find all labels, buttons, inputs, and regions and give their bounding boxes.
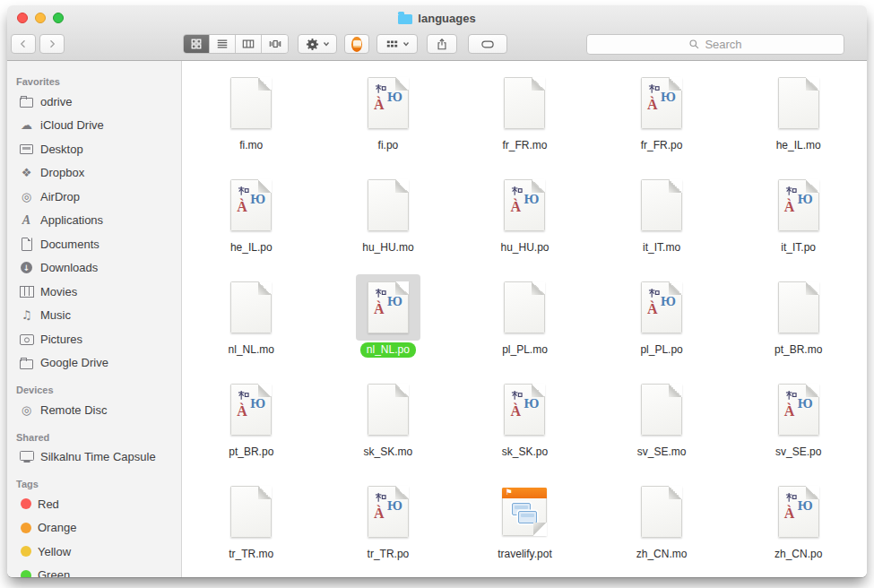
sidebar-item-label: iCloud Drive [40, 118, 104, 132]
title-bar[interactable]: languages [7, 5, 867, 30]
file-item-zh-cn-po[interactable]: ÀЮzh_CN.po [730, 479, 867, 577]
back-button[interactable] [11, 34, 36, 54]
file-item-nl-nl-mo[interactable]: nl_NL.mo [183, 274, 320, 376]
share-button[interactable] [427, 34, 457, 54]
sidebar-item-movies[interactable]: Movies [7, 280, 181, 304]
file-item-he-il-po[interactable]: ÀЮhe_IL.po [183, 172, 320, 274]
file-item-pt-br-po[interactable]: ÀЮpt_BR.po [183, 376, 320, 479]
file-item-pl-pl-mo[interactable]: pl_PL.mo [456, 274, 593, 376]
page-fold [258, 77, 272, 91]
camera-icon [19, 332, 34, 346]
list-view-button[interactable] [210, 35, 236, 53]
file-item-it-it-po[interactable]: ÀЮit_IT.po [730, 172, 867, 274]
sidebar-item-dropbox[interactable]: ❖Dropbox [7, 161, 181, 186]
folder-icon [19, 356, 34, 370]
file-name: sv_SE.mo [631, 445, 693, 460]
sidebar-item-desktop[interactable]: Desktop [7, 137, 181, 161]
search-input[interactable]: Search [586, 34, 844, 55]
file-item-travelify-pot[interactable]: ⚑travelify.pot [456, 479, 593, 577]
action-menu-button[interactable] [298, 34, 337, 54]
file-item-hu-hu-po[interactable]: ÀЮhu_HU.po [456, 172, 593, 274]
sidebar-item-applications[interactable]: AApplications [7, 209, 181, 233]
sidebar-item-label: Applications [40, 213, 103, 227]
mo-file-icon [230, 77, 272, 129]
coverflow-view-button[interactable] [262, 35, 288, 53]
poedit-app-button[interactable] [344, 34, 369, 54]
po-file-icon: ÀЮ [504, 384, 545, 436]
file-item-pt-br-mo[interactable]: pt_BR.mo [730, 274, 867, 376]
music-icon: ♫ [19, 308, 34, 323]
sidebar-item-remote-disc[interactable]: ◎Remote Disc [7, 398, 181, 422]
dot-icon [21, 523, 31, 533]
file-item-fi-po[interactable]: ÀЮfi.po [320, 70, 457, 172]
file-item-nl-nl-po[interactable]: ÀЮnl_NL.po [320, 274, 457, 376]
dot-icon [21, 498, 31, 509]
latin-glyph: À [784, 403, 795, 419]
arrange-menu-button[interactable] [376, 34, 418, 54]
content-area[interactable]: fi.moÀЮfi.pofr_FR.moÀЮfr_FR.pohe_IL.moÀЮ… [183, 61, 867, 577]
file-item-sk-sk-mo[interactable]: sk_SK.mo [320, 376, 457, 479]
sidebar-item-odrive[interactable]: odrive [7, 90, 181, 114]
mo-file-icon [504, 281, 545, 333]
forward-button[interactable] [39, 34, 65, 54]
file-icon-box: ÀЮ [492, 376, 557, 443]
file-item-pl-pl-po[interactable]: ÀЮpl_PL.po [593, 274, 731, 376]
file-item-it-it-mo[interactable]: it_IT.mo [593, 172, 731, 274]
sidebar-item-pictures[interactable]: Pictures [7, 327, 181, 351]
toolbar: Search [7, 30, 867, 61]
file-item-sk-sk-po[interactable]: ÀЮsk_SK.po [456, 376, 593, 479]
latin-glyph: À [510, 403, 521, 419]
mo-file-icon [641, 486, 682, 538]
cyrillic-glyph: Ю [524, 396, 539, 411]
file-icon-box [356, 376, 420, 443]
file-name: pl_PL.mo [496, 342, 554, 358]
close-button[interactable] [17, 13, 28, 23]
po-file-icon: ÀЮ [368, 486, 409, 538]
file-grid: fi.moÀЮfi.pofr_FR.moÀЮfr_FR.pohe_IL.moÀЮ… [183, 61, 867, 577]
icon-view-button[interactable] [184, 35, 210, 53]
cyrillic-glyph: Ю [387, 294, 402, 309]
page-fold [669, 77, 682, 91]
latin-glyph: À [784, 506, 795, 522]
sidebar-item-music[interactable]: ♫Music [7, 304, 181, 328]
sidebar-item-silkalnu-time-capsule[interactable]: Silkalnu Time Capsule [7, 445, 181, 470]
sidebar-item-orange[interactable]: Orange [7, 516, 181, 540]
sidebar-item-red[interactable]: Red [7, 492, 181, 516]
file-item-hu-hu-mo[interactable]: hu_HU.mo [320, 172, 457, 274]
zoom-button[interactable] [53, 13, 64, 23]
airdrop-icon: ◎ [19, 189, 34, 203]
sidebar-section-title-devices: Devices [7, 382, 181, 398]
file-item-sv-se-po[interactable]: ÀЮsv_SE.po [730, 376, 867, 479]
sidebar-item-airdrop[interactable]: ◎AirDrop [7, 185, 181, 209]
file-item-tr-tr-po[interactable]: ÀЮtr_TR.po [320, 479, 457, 577]
sidebar-item-google-drive[interactable]: Google Drive [7, 351, 181, 376]
page-fold [532, 384, 545, 397]
column-view-button[interactable] [236, 35, 262, 53]
sidebar-item-green[interactable]: Green [7, 564, 181, 578]
file-item-tr-tr-mo[interactable]: tr_TR.mo [183, 479, 320, 577]
sidebar-item-icloud-drive[interactable]: ☁iCloud Drive [7, 114, 181, 138]
sidebar-item-documents[interactable]: Documents [7, 232, 181, 256]
mo-file-icon [641, 179, 682, 231]
file-item-sv-se-mo[interactable]: sv_SE.mo [593, 376, 731, 479]
file-item-he-il-mo[interactable]: he_IL.mo [730, 70, 867, 172]
page-fold [806, 77, 819, 91]
sidebar-section-title-tags: Tags [7, 476, 181, 492]
file-item-fi-mo[interactable]: fi.mo [183, 70, 320, 172]
latin-glyph: À [510, 199, 521, 215]
file-item-zh-cn-mo[interactable]: zh_CN.mo [593, 479, 731, 577]
file-icon-box: ÀЮ [766, 479, 831, 545]
minimize-button[interactable] [35, 13, 46, 23]
sidebar-item-downloads[interactable]: Downloads [7, 256, 181, 281]
file-name: zh_CN.mo [630, 547, 694, 562]
tags-button[interactable] [468, 34, 507, 54]
file-item-fr-fr-po[interactable]: ÀЮfr_FR.po [593, 70, 731, 172]
page-fold [532, 281, 545, 295]
latin-glyph: À [784, 199, 795, 215]
cyrillic-glyph: Ю [798, 498, 813, 514]
sidebar-section-title-favorites: Favorites [7, 74, 181, 90]
sidebar-item-yellow[interactable]: Yellow [7, 540, 181, 564]
file-item-fr-fr-mo[interactable]: fr_FR.mo [456, 70, 593, 172]
file-icon-box: ÀЮ [219, 376, 283, 443]
sidebar[interactable]: Favoritesodrive☁iCloud DriveDesktop❖Drop… [7, 61, 182, 577]
